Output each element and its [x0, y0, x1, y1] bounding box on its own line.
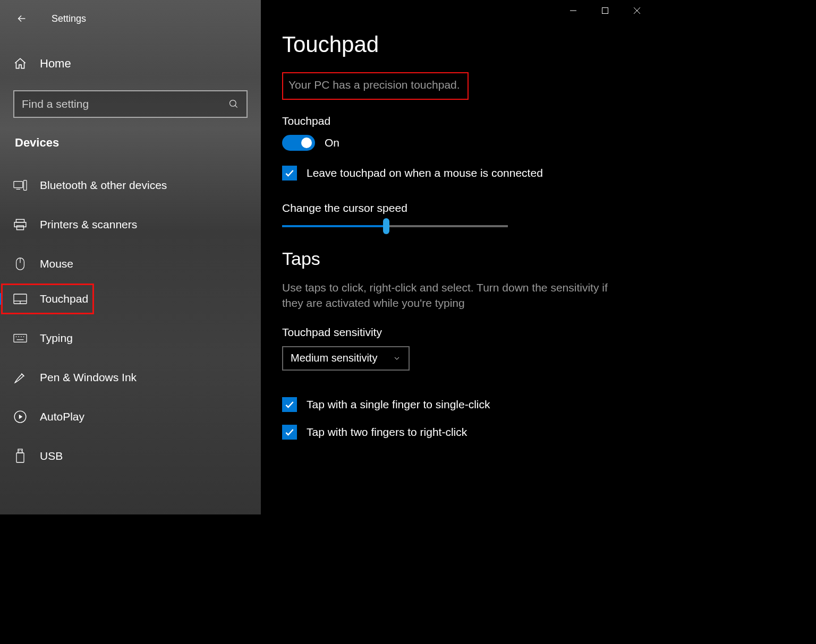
- nav-label: Touchpad: [40, 293, 88, 305]
- tap-single-label: Tap with a single finger to single-click: [307, 398, 490, 411]
- sensitivity-value: Medium sensitivity: [291, 352, 377, 364]
- sidebar-item-touchpad[interactable]: Touchpad: [0, 284, 261, 314]
- nav-label: Bluetooth & other devices: [40, 179, 167, 192]
- home-label: Home: [40, 57, 71, 71]
- tap-single-checkbox[interactable]: [282, 397, 297, 412]
- sidebar-item-printers[interactable]: Printers & scanners: [0, 205, 261, 244]
- search-box[interactable]: [13, 90, 248, 118]
- precision-callout: Your PC has a precision touchpad.: [282, 72, 469, 100]
- tap-two-checkbox[interactable]: [282, 425, 297, 440]
- usb-icon: [13, 449, 27, 463]
- mouse-icon: [13, 257, 27, 271]
- chevron-down-icon: [393, 354, 401, 363]
- autoplay-icon: [13, 410, 27, 424]
- category-title: Devices: [0, 136, 261, 150]
- page-title: Touchpad: [282, 32, 632, 57]
- svg-point-0: [230, 100, 236, 107]
- svg-rect-6: [14, 222, 26, 227]
- tap-two-label: Tap with two fingers to right-click: [307, 426, 467, 439]
- main-content: Touchpad Your PC has a precision touchpa…: [261, 0, 653, 514]
- home-icon: [13, 57, 27, 71]
- maximize-button[interactable]: [589, 0, 621, 21]
- cursor-speed-section: Change the cursor speed: [282, 202, 632, 227]
- sidebar-item-home[interactable]: Home: [0, 48, 261, 80]
- tap-single-row: Tap with a single finger to single-click: [282, 397, 632, 412]
- svg-rect-4: [24, 181, 27, 191]
- touchpad-toggle-row: On: [282, 135, 632, 151]
- svg-line-1: [235, 106, 237, 108]
- nav-label: AutoPlay: [40, 410, 84, 423]
- minimize-button[interactable]: [557, 0, 589, 21]
- nav-label: Mouse: [40, 257, 73, 270]
- search-icon: [228, 99, 239, 109]
- nav-label: Typing: [40, 332, 73, 345]
- slider-fill: [282, 225, 386, 227]
- sidebar-item-bluetooth[interactable]: Bluetooth & other devices: [0, 166, 261, 205]
- svg-rect-26: [602, 8, 608, 14]
- nav-label: USB: [40, 450, 63, 462]
- nav-list: Bluetooth & other devices Printers & sca…: [0, 166, 261, 476]
- sidebar-item-mouse[interactable]: Mouse: [0, 244, 261, 284]
- toggle-state: On: [325, 136, 339, 149]
- back-button[interactable]: [13, 10, 30, 27]
- toggle-knob: [301, 138, 312, 148]
- slider-thumb[interactable]: [383, 218, 389, 234]
- taps-description: Use taps to click, right-click and selec…: [282, 280, 622, 311]
- sensitivity-dropdown[interactable]: Medium sensitivity: [282, 346, 410, 371]
- svg-marker-20: [19, 415, 23, 419]
- nav-label: Pen & Windows Ink: [40, 371, 137, 384]
- leave-on-checkbox[interactable]: [282, 166, 297, 181]
- leave-on-row: Leave touchpad on when a mouse is connec…: [282, 166, 632, 181]
- pen-icon: [13, 371, 27, 384]
- printer-icon: [13, 218, 27, 231]
- settings-window: Settings Home Devices Bluetooth & ot: [0, 0, 653, 514]
- keyboard-icon: [13, 331, 27, 345]
- touchpad-toggle-label: Touchpad: [282, 115, 632, 127]
- touchpad-toggle[interactable]: [282, 135, 315, 151]
- svg-rect-13: [14, 334, 27, 342]
- sidebar-item-usb[interactable]: USB: [0, 436, 261, 476]
- sidebar-item-autoplay[interactable]: AutoPlay: [0, 397, 261, 436]
- sidebar-item-pen[interactable]: Pen & Windows Ink: [0, 358, 261, 397]
- svg-rect-22: [16, 453, 24, 462]
- svg-rect-7: [17, 226, 24, 230]
- devices-icon: [13, 178, 27, 192]
- tap-two-row: Tap with two fingers to right-click: [282, 425, 632, 440]
- close-icon: [633, 7, 641, 14]
- check-icon: [284, 168, 295, 178]
- sidebar: Settings Home Devices Bluetooth & ot: [0, 0, 261, 514]
- check-icon: [284, 427, 295, 437]
- search-wrap: [0, 90, 261, 118]
- touchpad-icon: [13, 292, 27, 306]
- app-title: Settings: [52, 13, 86, 24]
- precision-text: Your PC has a precision touchpad.: [288, 79, 460, 91]
- minimize-icon: [570, 7, 577, 14]
- close-button[interactable]: [621, 0, 653, 21]
- sidebar-item-typing[interactable]: Typing: [0, 319, 261, 358]
- leave-on-label: Leave touchpad on when a mouse is connec…: [307, 167, 543, 179]
- nav-label: Printers & scanners: [40, 218, 137, 231]
- svg-rect-21: [18, 449, 22, 453]
- taps-heading: Taps: [282, 248, 632, 269]
- cursor-speed-label: Change the cursor speed: [282, 202, 632, 214]
- window-controls: [557, 0, 653, 27]
- arrow-left-icon: [16, 13, 28, 24]
- svg-rect-2: [14, 182, 23, 188]
- sensitivity-label: Touchpad sensitivity: [282, 326, 632, 339]
- search-input[interactable]: [22, 98, 228, 110]
- cursor-speed-slider[interactable]: [282, 225, 508, 227]
- maximize-icon: [601, 7, 609, 14]
- check-icon: [284, 399, 295, 410]
- svg-rect-5: [16, 219, 24, 222]
- titlebar-left: Settings: [0, 5, 261, 32]
